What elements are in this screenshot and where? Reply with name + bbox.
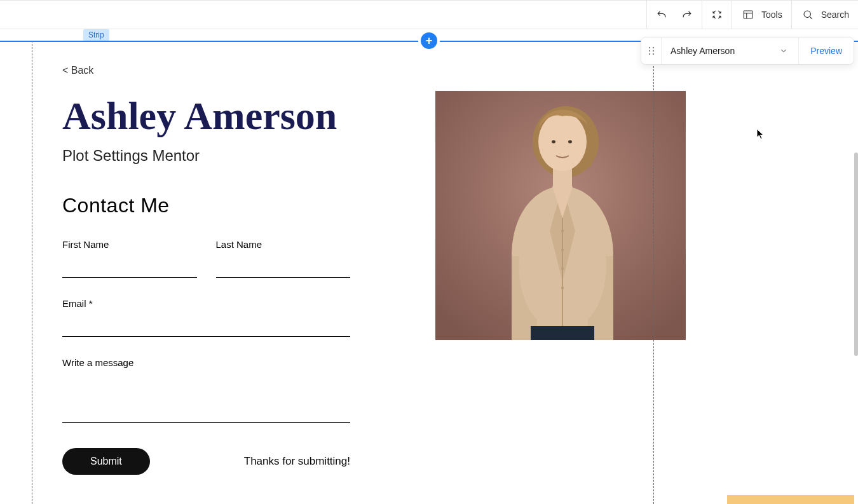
svg-point-1 <box>804 11 811 18</box>
search-group: Search <box>791 1 858 29</box>
svg-point-5 <box>652 50 653 51</box>
submit-button[interactable]: Submit <box>62 448 150 475</box>
svg-rect-0 <box>744 11 752 18</box>
svg-point-17 <box>561 249 564 251</box>
svg-point-19 <box>561 287 564 289</box>
hero-image[interactable] <box>435 91 686 340</box>
drag-handle-icon[interactable] <box>641 37 662 64</box>
svg-point-18 <box>561 268 564 270</box>
svg-point-7 <box>652 53 653 55</box>
zoom-group <box>702 1 732 29</box>
svg-point-12 <box>538 112 587 171</box>
search-icon <box>801 8 815 22</box>
svg-point-13 <box>552 140 555 144</box>
content-column: < Back Ashley Amerson Plot Settings Ment… <box>62 65 380 475</box>
history-group <box>646 1 702 29</box>
svg-point-14 <box>568 140 572 144</box>
page-dropdown[interactable]: Ashley Amerson <box>662 37 798 64</box>
email-field: Email * <box>62 298 350 337</box>
last-name-field: Last Name <box>216 239 351 278</box>
message-label: Write a message <box>62 357 350 368</box>
svg-point-16 <box>561 229 564 232</box>
current-page-name: Ashley Amerson <box>671 46 735 56</box>
first-name-label: First Name <box>62 239 197 250</box>
tools-button[interactable]: Tools <box>741 8 782 22</box>
first-name-input[interactable] <box>62 264 197 278</box>
back-link[interactable]: < Back <box>62 65 93 76</box>
page-subtitle[interactable]: Plot Settings Mentor <box>62 147 380 165</box>
last-name-input[interactable] <box>216 264 351 278</box>
page-title[interactable]: Ashley Amerson <box>62 95 380 137</box>
svg-rect-20 <box>531 326 594 340</box>
svg-point-3 <box>652 47 653 48</box>
search-button[interactable]: Search <box>801 8 849 22</box>
last-name-label: Last Name <box>216 239 351 250</box>
redo-icon[interactable] <box>680 8 694 22</box>
svg-point-2 <box>648 47 650 48</box>
add-section-button[interactable]: + <box>421 32 437 49</box>
message-input[interactable] <box>62 382 350 423</box>
collapse-icon[interactable] <box>710 8 724 22</box>
svg-point-6 <box>648 53 650 55</box>
layout-icon <box>741 8 755 22</box>
message-field: Write a message <box>62 357 350 425</box>
scrollbar-thumb[interactable] <box>854 153 858 356</box>
strip-label[interactable]: Strip <box>83 29 109 41</box>
email-input[interactable] <box>62 323 350 337</box>
chevron-down-icon <box>779 46 788 55</box>
cursor-icon <box>756 128 765 142</box>
email-label: Email * <box>62 298 350 309</box>
thanks-message: Thanks for submitting! <box>244 455 350 468</box>
first-name-field: First Name <box>62 239 197 278</box>
bottom-peek-element[interactable] <box>727 495 854 504</box>
guide-left <box>32 41 32 504</box>
top-toolbar: Tools Search <box>0 0 858 29</box>
tools-group: Tools <box>732 1 791 29</box>
svg-point-4 <box>648 50 650 51</box>
undo-icon[interactable] <box>655 8 669 22</box>
search-label: Search <box>821 10 849 20</box>
preview-button[interactable]: Preview <box>798 37 854 64</box>
tools-label: Tools <box>761 10 782 20</box>
guide-right <box>653 41 654 504</box>
contact-form: First Name Last Name Email * Write a mes… <box>62 239 380 475</box>
page-selector: Ashley Amerson Preview <box>641 37 854 65</box>
editor-canvas: + Strip < Back Ashley Amerson Plot Setti… <box>0 29 858 504</box>
contact-heading[interactable]: Contact Me <box>62 194 380 217</box>
